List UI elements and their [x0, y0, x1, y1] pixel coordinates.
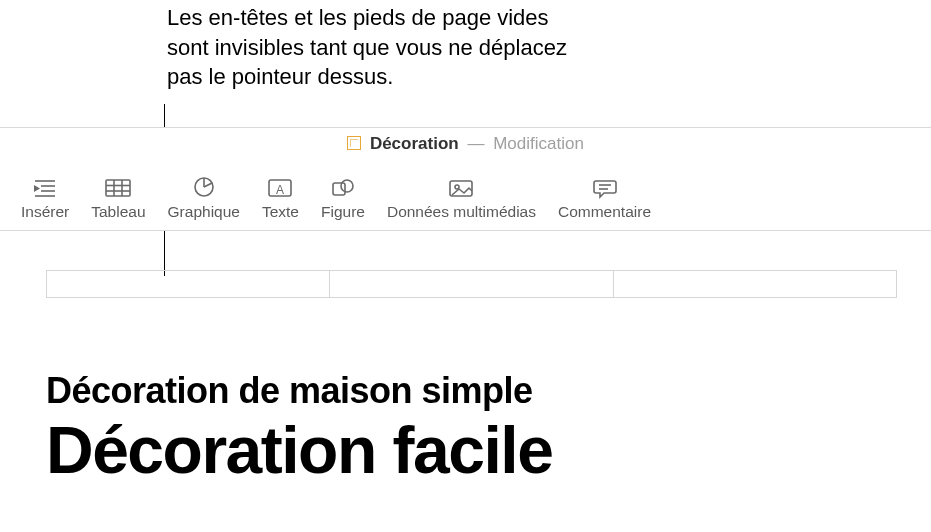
text-button[interactable]: A Texte	[251, 177, 310, 221]
document-page: Décoration de maison simple Décoration f…	[0, 231, 931, 532]
insert-icon	[33, 177, 57, 199]
table-button[interactable]: Tableau	[80, 177, 156, 221]
media-label: Données multimédias	[387, 203, 536, 221]
text-label: Texte	[262, 203, 299, 221]
header-field-right[interactable]	[614, 271, 896, 297]
titlebar-separator: —	[463, 134, 488, 153]
chart-label: Graphique	[168, 203, 240, 221]
media-icon	[447, 177, 475, 199]
svg-point-16	[341, 180, 353, 192]
toolbar-region: Décoration — Modification Insérer	[0, 127, 931, 231]
toolbar: Insérer Tableau	[0, 175, 931, 221]
titlebar: Décoration — Modification	[0, 134, 931, 154]
comment-label: Commentaire	[558, 203, 651, 221]
header-field-left[interactable]	[47, 271, 330, 297]
document-status: Modification	[493, 134, 584, 153]
comment-button[interactable]: Commentaire	[547, 177, 662, 221]
header-field-center[interactable]	[330, 271, 613, 297]
svg-rect-15	[333, 183, 345, 195]
insert-label: Insérer	[21, 203, 69, 221]
document-name[interactable]: Décoration	[370, 134, 459, 153]
document-subtitle[interactable]: Décoration de maison simple	[46, 370, 897, 412]
table-label: Tableau	[91, 203, 145, 221]
shape-label: Figure	[321, 203, 365, 221]
text-icon: A	[267, 177, 293, 199]
svg-line-12	[204, 183, 212, 187]
comment-icon	[592, 177, 618, 199]
svg-rect-5	[106, 180, 130, 196]
svg-point-18	[455, 185, 459, 189]
page-header-fields	[46, 270, 897, 298]
chart-icon	[192, 175, 216, 199]
media-button[interactable]: Données multimédias	[376, 177, 547, 221]
shape-button[interactable]: Figure	[310, 177, 376, 221]
svg-marker-4	[34, 185, 40, 192]
chart-button[interactable]: Graphique	[157, 175, 251, 221]
shape-icon	[330, 177, 356, 199]
callout-text: Les en-têtes et les pieds de page vides …	[167, 3, 587, 92]
insert-button[interactable]: Insérer	[10, 177, 80, 221]
document-title[interactable]: Décoration facile	[46, 416, 897, 485]
svg-text:A: A	[276, 183, 284, 197]
table-icon	[104, 177, 132, 199]
pages-doc-icon	[347, 136, 361, 150]
